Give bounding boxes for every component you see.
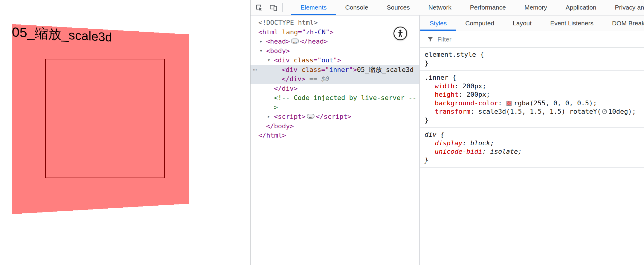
- filter-placeholder: Filter: [437, 36, 451, 43]
- tree-line[interactable]: ⋯<div class="inner">05_缩放_scale3d: [251, 65, 419, 75]
- tab-sources[interactable]: Sources: [378, 0, 419, 15]
- styles-tab-dom-breakpoints[interactable]: DOM Breakpoints: [603, 16, 644, 31]
- code-token: >: [302, 113, 306, 120]
- code-token: </: [282, 75, 290, 83]
- tab-network[interactable]: Network: [419, 0, 461, 15]
- property-name[interactable]: transform: [435, 108, 470, 115]
- tab-memory[interactable]: Memory: [515, 0, 556, 15]
- code-token: <: [274, 56, 278, 64]
- style-rule[interactable]: div {display: block;unicode-bidi: isolat…: [420, 128, 644, 168]
- tab-console[interactable]: Console: [336, 0, 378, 15]
- styles-tab-styles[interactable]: Styles: [420, 16, 456, 31]
- style-property[interactable]: display: block;: [425, 139, 640, 148]
- rule-open-line: .inner {: [425, 73, 640, 82]
- tree-line[interactable]: <!DOCTYPE html>: [251, 18, 419, 27]
- code-token: =": [321, 66, 329, 73]
- tree-line[interactable]: ▾<body>: [251, 46, 419, 56]
- accessibility-button[interactable]: [393, 27, 407, 40]
- angle-icon[interactable]: [602, 107, 607, 116]
- devtools-window: ElementsConsoleSourcesNetworkPerformance…: [250, 0, 644, 265]
- style-rules: element.style {}.inner {width: 200px;hei…: [420, 48, 644, 168]
- code-token: >: [301, 75, 305, 83]
- tab-elements[interactable]: Elements: [291, 0, 336, 15]
- tab-application[interactable]: Application: [556, 0, 606, 15]
- code-token: </: [300, 38, 308, 45]
- code-token: 05_缩放_scale3d: [357, 66, 414, 73]
- chevron-down-icon[interactable]: ▾: [267, 56, 270, 65]
- code-token: head: [270, 38, 286, 45]
- styles-tab-layout[interactable]: Layout: [503, 16, 541, 31]
- chevron-right-icon[interactable]: ▸: [267, 112, 270, 121]
- tab-performance[interactable]: Performance: [461, 0, 515, 15]
- tree-line[interactable]: >: [251, 103, 419, 112]
- code-token: >: [286, 47, 290, 55]
- tree-line[interactable]: <!-- Code injected by live-server --: [251, 93, 419, 103]
- device-toolbar-icon[interactable]: [267, 1, 279, 13]
- code-token: ">: [326, 28, 334, 36]
- styles-tabbar: StylesComputedLayoutEvent ListenersDOM B…: [420, 16, 644, 31]
- property-name[interactable]: height: [435, 91, 458, 98]
- node-more-icon[interactable]: ⋯: [253, 65, 257, 75]
- code-token: inner: [329, 66, 349, 73]
- property-name[interactable]: width: [435, 82, 454, 90]
- style-property[interactable]: background-color: rgba(255, 0, 0, 0.5);: [425, 99, 640, 108]
- style-property[interactable]: transform: scale3d(1.5, 1.5, 1.5) rotate…: [425, 107, 640, 116]
- chevron-right-icon[interactable]: ▸: [260, 37, 263, 46]
- property-value: isolate: [490, 148, 518, 155]
- code-token: =": [298, 28, 306, 36]
- property-name[interactable]: display: [435, 139, 463, 147]
- tree-line[interactable]: ▸<head>…</head>: [251, 37, 419, 46]
- code-token: >: [286, 38, 290, 45]
- property-value: 10deg): [608, 108, 632, 115]
- code-token: >: [324, 38, 328, 45]
- styles-tab-computed[interactable]: Computed: [456, 16, 503, 31]
- tree-line[interactable]: </html>: [251, 131, 419, 140]
- code-token: </: [266, 122, 274, 130]
- code-token: </: [274, 85, 282, 92]
- style-rule[interactable]: .inner {width: 200px;height: 200px;backg…: [420, 71, 644, 128]
- toolbar-divider: [282, 3, 283, 12]
- rule-selector[interactable]: .inner: [425, 74, 448, 81]
- chevron-down-icon[interactable]: ▾: [260, 46, 263, 56]
- code-token: =": [313, 56, 321, 64]
- tree-line[interactable]: ▾<div class="out">: [251, 56, 419, 65]
- rule-open-line: div {: [425, 130, 640, 139]
- rule-selector[interactable]: element.style: [425, 51, 476, 58]
- tree-line[interactable]: </div>: [251, 84, 419, 93]
- rule-selector[interactable]: div: [425, 131, 437, 138]
- code-token: ">: [349, 66, 357, 73]
- style-property[interactable]: unicode-bidi: isolate;: [425, 147, 640, 156]
- property-name[interactable]: unicode-bidi: [435, 148, 482, 155]
- styles-tab-event-listeners[interactable]: Event Listeners: [541, 16, 603, 31]
- code-token: ">: [333, 56, 341, 64]
- code-token: script: [324, 113, 347, 120]
- styles-filter-field[interactable]: Filter: [420, 31, 644, 48]
- rule-close-line: }: [425, 116, 640, 125]
- property-value: 200px: [463, 82, 482, 90]
- filter-funnel-icon: [427, 36, 434, 43]
- code-token: <: [266, 47, 270, 55]
- color-swatch[interactable]: [506, 101, 512, 106]
- code-token: html: [262, 28, 278, 36]
- collapsed-content-button[interactable]: …: [291, 38, 299, 44]
- code-token: div: [290, 75, 302, 83]
- style-property[interactable]: width: 200px;: [425, 82, 640, 91]
- style-property[interactable]: height: 200px;: [425, 90, 640, 99]
- property-value: block: [470, 139, 490, 147]
- tab-privacy-and-security[interactable]: Privacy and security: [605, 0, 644, 15]
- code-token: >: [290, 122, 294, 130]
- code-token: div: [286, 66, 297, 73]
- property-value: 200px: [466, 91, 486, 98]
- style-rule[interactable]: element.style {}: [420, 48, 644, 71]
- code-token: script: [278, 113, 301, 120]
- tree-line[interactable]: </div> == $0: [251, 74, 419, 84]
- inspect-element-icon[interactable]: [253, 1, 265, 13]
- code-token: >: [274, 104, 278, 111]
- collapsed-content-button[interactable]: …: [307, 114, 315, 119]
- property-name[interactable]: background-color: [435, 99, 498, 107]
- code-token: zh-CN: [306, 28, 326, 36]
- tree-line[interactable]: ▸<script>…</script>: [251, 112, 419, 121]
- devtools-main-tabbar: ElementsConsoleSourcesNetworkPerformance…: [251, 0, 644, 16]
- code-token: >: [347, 113, 351, 120]
- tree-line[interactable]: </body>: [251, 121, 419, 131]
